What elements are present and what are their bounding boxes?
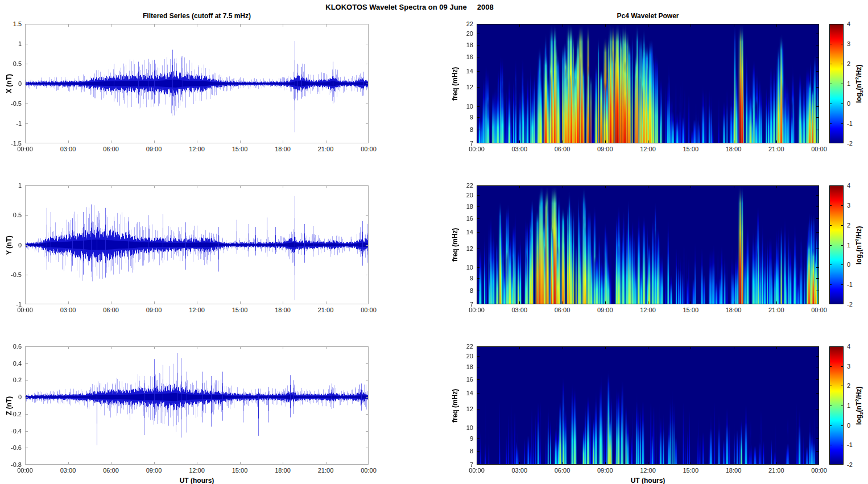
spec-y-colorbar [829, 185, 844, 304]
y-tick-label: 10 [448, 103, 473, 110]
y-tick-label: 18 [448, 363, 473, 371]
x-tick-label: 09:00 [139, 307, 169, 314]
x-tick-label: 18:00 [268, 467, 297, 474]
x-tick-label: 12:00 [633, 307, 663, 314]
y-tick-label: 10 [448, 264, 473, 271]
x-axis-label: UT (hours) [25, 477, 369, 484]
colorbar-label-sub: 2 [859, 90, 864, 93]
x-tick-label: 03:00 [53, 467, 83, 474]
figure-title: KLOKOTOS Wavelet Spectra on 09 June 2008 [0, 3, 819, 11]
y-tick-label: 22 [448, 20, 473, 28]
ts-y-panel [25, 185, 369, 304]
colorbar-label-sup: 2 [854, 238, 859, 241]
y-tick-label: 18 [448, 42, 473, 49]
x-axis-label: UT (hours) [477, 477, 819, 484]
ts-z-canvas [25, 346, 369, 465]
ts-x-y-axis-label: X (nT) [5, 74, 13, 93]
y-tick-label: -0.6 [0, 444, 22, 452]
spec-y-canvas [477, 185, 819, 304]
colorbar-tick-label: -2 [847, 461, 861, 469]
y-tick-label: 18 [448, 203, 473, 210]
x-tick-label: 03:00 [505, 467, 534, 474]
x-tick-label: 00:00 [354, 146, 383, 153]
x-tick-label: 00:00 [804, 467, 834, 474]
y-tick-label: 1.5 [0, 20, 22, 28]
x-tick-label: 03:00 [505, 307, 534, 314]
colorbar-label-mid: (nT [855, 402, 863, 412]
x-tick-label: 00:00 [804, 307, 834, 314]
spec-y-colorbar-canvas [829, 185, 844, 304]
x-tick-label: 06:00 [96, 146, 126, 153]
x-tick-label: 09:00 [590, 307, 620, 314]
colorbar-tick-label: -2 [847, 301, 861, 308]
colorbar-label-sup: 2 [854, 77, 859, 79]
x-tick-label: 09:00 [590, 467, 620, 474]
spec-x-panel [477, 24, 819, 143]
x-tick-label: 00:00 [10, 146, 40, 153]
x-tick-label: 12:00 [633, 146, 663, 153]
colorbar-label-sup: 2 [854, 399, 859, 401]
colorbar-label-prefix: log [855, 415, 863, 425]
colorbar-tick-label: -1 [847, 120, 861, 127]
y-tick-label: 20 [448, 30, 473, 38]
x-tick-label: 00:00 [462, 307, 491, 314]
spec-x-y-axis-label: freq (mHz) [451, 67, 459, 100]
colorbar-tick-label: 3 [847, 202, 861, 209]
x-tick-label: 00:00 [10, 307, 40, 314]
colorbar-label-suffix: /Hz) [855, 226, 863, 238]
y-tick-label: -0.4 [0, 428, 22, 435]
x-tick-label: 18:00 [268, 146, 297, 153]
ts-z-y-axis-label: Z (nT) [5, 396, 13, 415]
y-tick-label: -0.5 [0, 271, 22, 279]
x-tick-label: 00:00 [462, 467, 491, 474]
x-tick-label: 18:00 [719, 307, 749, 314]
colorbar-label-mid: (nT [855, 241, 863, 251]
x-tick-label: 21:00 [311, 467, 341, 474]
spec-x-colorbar-label: log2(nT2/Hz) [854, 64, 864, 103]
ts-x-panel [25, 24, 369, 143]
spec-y-colorbar-label: log2(nT2/Hz) [854, 226, 864, 264]
y-tick-label: 8 [448, 126, 473, 134]
ts-x-canvas [25, 24, 369, 143]
colorbar-tick-label: 4 [847, 343, 861, 350]
x-tick-label: 21:00 [762, 146, 791, 153]
x-tick-label: 15:00 [676, 307, 705, 314]
x-tick-label: 09:00 [139, 146, 169, 153]
spec-z-panel [477, 346, 819, 465]
y-tick-label: -1 [0, 120, 22, 127]
y-tick-label: 16 [448, 376, 473, 383]
colorbar-label-sub: 2 [859, 412, 864, 415]
y-tick-label: 8 [448, 287, 473, 295]
x-tick-label: 15:00 [676, 467, 705, 474]
x-tick-label: 06:00 [548, 467, 577, 474]
x-tick-label: 18:00 [719, 467, 749, 474]
spec-y-y-axis-label: freq (mHz) [451, 228, 459, 262]
ts-y-y-axis-label: Y (nT) [5, 235, 13, 255]
colorbar-label-suffix: /Hz) [855, 386, 863, 399]
y-tick-label: 9 [448, 435, 473, 442]
panel-title: Filtered Series (cutoff at 7.5 mHz) [25, 12, 369, 20]
colorbar-tick-label: -1 [847, 281, 861, 288]
colorbar-tick-label: 3 [847, 40, 861, 48]
y-tick-label: 16 [448, 215, 473, 222]
x-tick-label: 21:00 [762, 307, 791, 314]
y-tick-label: 22 [448, 182, 473, 189]
x-tick-label: 18:00 [268, 307, 297, 314]
y-tick-label: 20 [448, 353, 473, 360]
x-tick-label: 06:00 [548, 307, 577, 314]
colorbar-label-suffix: /Hz) [855, 64, 863, 77]
colorbar-label-mid: (nT [855, 80, 863, 90]
x-tick-label: 00:00 [354, 467, 383, 474]
colorbar-tick-label: -2 [847, 140, 861, 147]
x-tick-label: 15:00 [225, 307, 255, 314]
ts-y-canvas [25, 185, 369, 304]
wavelet-spectra-figure: KLOKOTOS Wavelet Spectra on 09 June 2008… [0, 0, 868, 484]
y-tick-label: 1 [0, 40, 22, 48]
x-tick-label: 21:00 [311, 146, 341, 153]
spec-y-panel [477, 185, 819, 304]
colorbar-tick-label: -1 [847, 441, 861, 449]
x-tick-label: 03:00 [53, 307, 83, 314]
x-tick-label: 12:00 [182, 146, 212, 153]
y-tick-label: 9 [448, 275, 473, 282]
colorbar-label-prefix: log [855, 254, 863, 264]
